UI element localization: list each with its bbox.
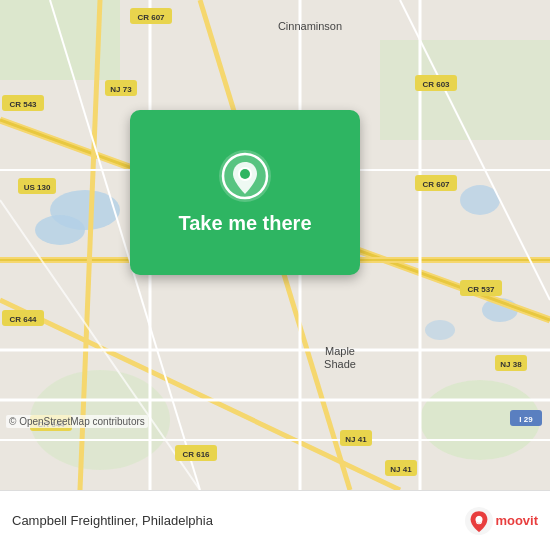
svg-text:CR 543: CR 543 (9, 100, 37, 109)
moovit-icon (465, 507, 493, 535)
take-me-there-label: Take me there (178, 212, 311, 235)
svg-point-64 (478, 515, 482, 519)
svg-text:NJ 73: NJ 73 (110, 85, 132, 94)
svg-text:CR 603: CR 603 (422, 80, 450, 89)
svg-text:Shade: Shade (324, 358, 356, 370)
svg-text:NJ 41: NJ 41 (345, 435, 367, 444)
svg-text:NJ 38: NJ 38 (500, 360, 522, 369)
svg-text:CR 616: CR 616 (182, 450, 210, 459)
svg-text:CR 537: CR 537 (467, 285, 495, 294)
svg-rect-7 (380, 40, 550, 140)
location-name: Campbell Freightliner, Philadelphia (12, 513, 465, 528)
svg-text:Cinnaminson: Cinnaminson (278, 20, 342, 32)
map-attribution: © OpenStreetMap contributors (6, 415, 148, 428)
location-pin-icon (219, 150, 271, 202)
bottom-bar: Campbell Freightliner, Philadelphia moov… (0, 490, 550, 550)
svg-text:CR 607: CR 607 (137, 13, 165, 22)
moovit-text: moovit (495, 513, 538, 528)
svg-text:NJ 41: NJ 41 (390, 465, 412, 474)
svg-point-2 (35, 215, 85, 245)
svg-point-61 (240, 169, 250, 179)
svg-text:CR 644: CR 644 (9, 315, 37, 324)
map-view: CR 607 CR 543 NJ 73 US 130 CR 603 CR 607… (0, 0, 550, 490)
svg-text:CR 607: CR 607 (422, 180, 450, 189)
svg-text:Maple: Maple (325, 345, 355, 357)
svg-text:US 130: US 130 (24, 183, 51, 192)
svg-text:I 29: I 29 (519, 415, 533, 424)
take-me-there-button[interactable]: Take me there (130, 110, 360, 275)
svg-point-5 (425, 320, 455, 340)
moovit-logo: moovit (465, 507, 538, 535)
